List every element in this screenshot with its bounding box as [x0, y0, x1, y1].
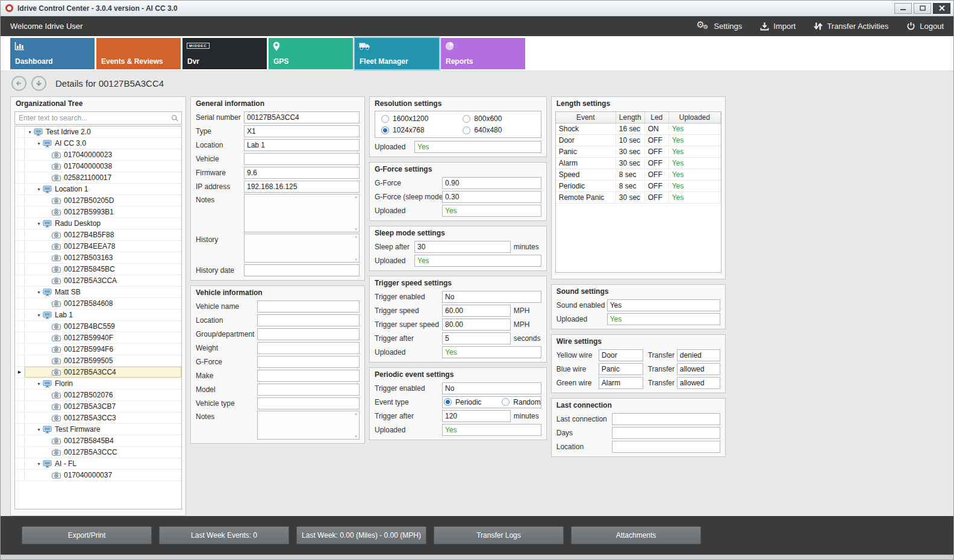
field-input[interactable] — [612, 441, 720, 453]
field-input[interactable]: No — [442, 291, 541, 303]
field-memo-input[interactable] — [257, 411, 360, 440]
field-input-secondary[interactable]: allowed — [677, 363, 720, 375]
tree-item-017040000038[interactable]: 017040000038 — [15, 161, 181, 172]
search-input[interactable] — [14, 111, 182, 125]
tree-item-00127b584608[interactable]: 00127B584608 — [15, 298, 181, 310]
expander-icon[interactable]: ▾ — [35, 218, 43, 229]
radio-option-1600x1200[interactable]: 1600x1200 — [376, 114, 458, 123]
field-input[interactable]: Lab 1 — [244, 139, 360, 151]
tree-item-00127b503163[interactable]: 00127B503163 — [15, 252, 181, 264]
tree-item-test-idrive-2-0[interactable]: ▾Test Idrive 2.0 — [15, 126, 181, 138]
expander-icon[interactable]: ▾ — [35, 287, 43, 297]
field-input[interactable] — [612, 413, 720, 425]
tree-item-ai-cc-3-0[interactable]: ▾AI CC 3.0 — [15, 138, 181, 149]
tree-item-025821100017[interactable]: 025821100017 — [15, 172, 181, 184]
tab-dashboard[interactable]: Dashboard — [10, 38, 95, 69]
transfer-logs-button[interactable]: Transfer Logs — [434, 526, 564, 544]
tree-item-00127b5993b1[interactable]: 00127B5993B1 — [15, 207, 181, 218]
field-input[interactable]: 80.00 — [442, 319, 511, 331]
tree-item-017040000037[interactable]: 017040000037 — [15, 470, 181, 481]
tab-events-reviews[interactable]: Events & Reviews — [96, 38, 181, 69]
field-input[interactable]: 30 — [414, 241, 511, 253]
tree-item-matt-sb[interactable]: ▾Matt SB — [15, 287, 181, 298]
length-column-header-length[interactable]: Length — [616, 112, 645, 123]
minimize-button[interactable] — [894, 3, 912, 14]
expander-icon[interactable]: ▾ — [35, 378, 43, 389]
expander-icon[interactable]: ▾ — [26, 126, 34, 137]
download-button[interactable] — [31, 76, 46, 91]
tree-item-00127b5a3cc4[interactable]: ▶00127B5A3CC4 — [15, 367, 181, 378]
field-input[interactable]: Yes — [607, 299, 720, 311]
tree-item-00127b5a3cca[interactable]: 00127B5A3CCA — [15, 275, 181, 287]
radio-option-800x600[interactable]: 800x600 — [458, 114, 539, 123]
attachments-button[interactable]: Attachments — [571, 526, 701, 544]
radio-option-640x480[interactable]: 640x480 — [458, 126, 539, 134]
last-week-events-button[interactable]: Last Week Events: 0 — [159, 526, 289, 544]
field-input[interactable]: Panic — [599, 363, 643, 375]
radio-option-1024x768[interactable]: 1024x768 — [376, 126, 458, 134]
field-memo-input[interactable] — [244, 194, 360, 232]
field-input[interactable]: 60.00 — [442, 305, 511, 317]
field-input[interactable]: 9.6 — [244, 167, 360, 179]
tree-item-test-firmware[interactable]: ▾Test Firmware — [15, 424, 181, 435]
tree-item-00127b502076[interactable]: 00127B502076 — [15, 390, 181, 401]
field-input[interactable] — [244, 153, 360, 165]
topbar-logout-button[interactable]: Logout — [906, 22, 944, 31]
tree-item-00127b4b5f88[interactable]: 00127B4B5F88 — [15, 229, 181, 241]
search-icon[interactable] — [171, 114, 179, 125]
field-input[interactable]: X1 — [244, 125, 360, 137]
close-button[interactable] — [933, 3, 950, 14]
last-week-summary-button[interactable]: Last Week: 0.00 (Miles) - 0.00 (MPH) — [296, 526, 426, 544]
field-input[interactable]: Alarm — [599, 377, 643, 389]
field-input[interactable] — [257, 314, 360, 326]
radio-option-periodic[interactable]: Periodic — [444, 398, 481, 406]
field-memo-input[interactable] — [244, 234, 360, 263]
tree-item-00127b5a3ccc[interactable]: 00127B5A3CCC — [15, 447, 181, 458]
back-button[interactable] — [11, 76, 26, 91]
topbar-settings-button[interactable]: ⚙⚙Settings — [696, 21, 742, 31]
tree-item-00127b4bc559[interactable]: 00127B4BC559 — [15, 321, 181, 332]
tree-item-ai-fl[interactable]: ▾AI - FL — [15, 458, 181, 470]
tree-item-radu-desktop[interactable]: ▾Radu Desktop — [15, 218, 181, 229]
tab-reports[interactable]: Reports — [441, 38, 525, 69]
field-input[interactable] — [257, 370, 360, 382]
tree-item-lab-1[interactable]: ▾Lab 1 — [15, 310, 181, 321]
topbar-import-button[interactable]: Import — [760, 22, 796, 31]
field-input[interactable]: 192.168.16.125 — [244, 181, 360, 193]
length-row-panic[interactable]: Panic30 secOFFYes — [556, 146, 721, 158]
field-input[interactable]: 00127B5A3CC4 — [244, 111, 360, 123]
length-row-periodic[interactable]: Periodic8 secOFFYes — [556, 181, 721, 192]
tab-gps[interactable]: GPS — [269, 38, 353, 69]
field-input[interactable] — [257, 356, 360, 368]
tree-item-00127b5a3cc3[interactable]: 00127B5A3CC3 — [15, 412, 181, 424]
field-input[interactable]: Door — [599, 349, 643, 361]
tab-dvr[interactable]: MIDDECDvr — [182, 38, 267, 69]
field-input[interactable]: 120 — [442, 410, 511, 422]
field-input[interactable] — [257, 328, 360, 340]
tree-item-00127b5845b4[interactable]: 00127B5845B4 — [15, 435, 181, 447]
field-input[interactable] — [257, 397, 360, 409]
field-input-secondary[interactable]: allowed — [677, 377, 720, 389]
field-input[interactable]: No — [442, 382, 541, 394]
length-column-header-uploaded[interactable]: Uploaded — [669, 112, 721, 123]
length-row-door[interactable]: Door10 secOFFYes — [556, 135, 721, 146]
field-input[interactable] — [612, 427, 720, 439]
length-row-alarm[interactable]: Alarm30 secOFFYes — [556, 158, 721, 169]
tree-item-00127b5a3cb7[interactable]: 00127B5A3CB7 — [15, 401, 181, 412]
radio-option-random[interactable]: Random — [502, 398, 540, 406]
field-input[interactable]: 0.90 — [442, 177, 541, 189]
field-input[interactable] — [257, 384, 360, 396]
tree-item-017040000023[interactable]: 017040000023 — [15, 149, 181, 161]
field-input[interactable] — [244, 264, 360, 276]
expander-icon[interactable]: ▾ — [35, 424, 43, 435]
tree-item-00127b59940f[interactable]: 00127B59940F — [15, 332, 181, 344]
field-input[interactable] — [257, 300, 360, 313]
length-column-header-led[interactable]: Led — [645, 112, 669, 123]
export-print-button[interactable]: Export/Print — [22, 526, 152, 544]
maximize-button[interactable] — [914, 3, 931, 14]
tree-item-00127b5845bc[interactable]: 00127B5845BC — [15, 264, 181, 275]
expander-icon[interactable]: ▾ — [35, 138, 43, 149]
tree-item-location-1[interactable]: ▾Location 1 — [15, 184, 181, 195]
expander-icon[interactable]: ▾ — [35, 184, 43, 194]
field-input[interactable] — [257, 342, 360, 354]
